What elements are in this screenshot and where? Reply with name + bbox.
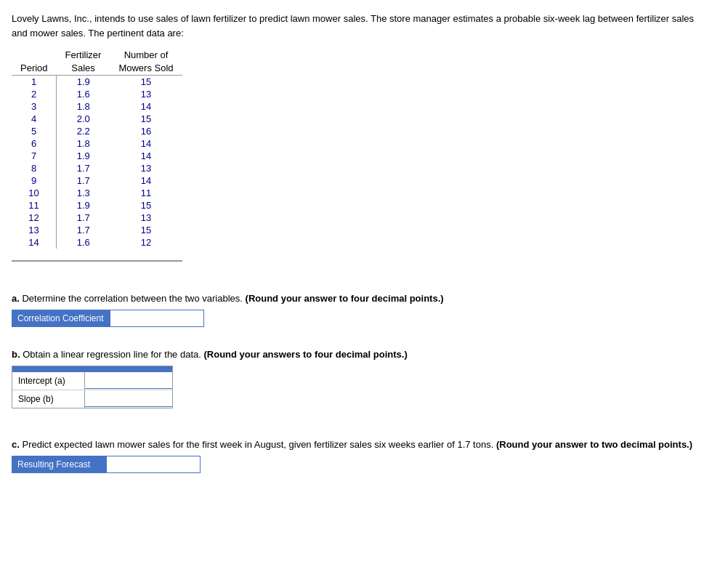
table-row: 42.015 — [12, 113, 182, 125]
cell-mowers: 15 — [110, 224, 182, 236]
slope-row: Slope (b) — [12, 390, 172, 408]
period-header: Period — [12, 62, 57, 76]
cell-fertilizer: 1.3 — [57, 187, 110, 199]
slope-label: Slope (b) — [12, 390, 85, 408]
cell-period: 14 — [12, 236, 57, 249]
cell-mowers: 12 — [110, 236, 182, 249]
cell-period: 9 — [12, 174, 57, 187]
table-row: 111.915 — [12, 199, 182, 212]
section-c: c. Predict expected lawn mower sales for… — [12, 439, 700, 450]
cell-period: 3 — [12, 100, 57, 113]
cell-mowers: 15 — [110, 76, 182, 89]
cell-period: 7 — [12, 150, 57, 162]
regression-table: Intercept (a) Slope (b) — [12, 366, 173, 408]
cell-period: 2 — [12, 88, 57, 100]
section-a-text: a. Determine the correlation between the… — [12, 293, 700, 304]
section-a-bold: (Round your answer to four decimal point… — [246, 293, 444, 304]
table-row: 71.914 — [12, 150, 182, 162]
cell-fertilizer: 1.7 — [57, 224, 110, 236]
cell-mowers: 13 — [110, 162, 182, 174]
cell-fertilizer: 1.9 — [57, 76, 110, 89]
section-b-text: b. Obtain a linear regression line for t… — [12, 349, 700, 360]
cell-period: 12 — [12, 212, 57, 224]
table-row: 131.715 — [12, 224, 182, 236]
data-table: Fertilizer Number of Period Sales Mowers… — [12, 49, 182, 249]
intercept-input[interactable] — [85, 373, 172, 389]
cell-fertilizer: 1.7 — [57, 212, 110, 224]
forecast-input-row: Resulting Forecast — [12, 456, 700, 473]
section-a: a. Determine the correlation between the… — [12, 293, 700, 304]
intercept-row: Intercept (a) — [12, 372, 172, 390]
cell-fertilizer: 1.9 — [57, 150, 110, 162]
cell-mowers: 14 — [110, 100, 182, 113]
mowers-header: Mowers Sold — [110, 62, 182, 76]
cell-mowers: 14 — [110, 137, 182, 150]
cell-fertilizer: 1.9 — [57, 199, 110, 212]
table-row: 52.216 — [12, 125, 182, 137]
cell-mowers: 13 — [110, 212, 182, 224]
table-row: 21.613 — [12, 88, 182, 100]
cell-period: 11 — [12, 199, 57, 212]
table-row: 101.311 — [12, 187, 182, 199]
cell-mowers: 14 — [110, 150, 182, 162]
table-row: 31.814 — [12, 100, 182, 113]
data-table-container: Fertilizer Number of Period Sales Mowers… — [12, 49, 182, 262]
cell-fertilizer: 1.8 — [57, 137, 110, 150]
table-row: 81.713 — [12, 162, 182, 174]
mowers-header-top: Number of — [110, 49, 182, 62]
cell-period: 1 — [12, 76, 57, 89]
reg-table-header-bar — [12, 366, 172, 372]
table-row: 11.915 — [12, 76, 182, 89]
cell-fertilizer: 1.6 — [57, 236, 110, 249]
cell-period: 8 — [12, 162, 57, 174]
cell-fertilizer: 1.8 — [57, 100, 110, 113]
fertilizer-header-top: Fertilizer — [57, 49, 110, 62]
correlation-label: Correlation Coefficient — [12, 310, 110, 327]
forecast-input[interactable] — [106, 456, 201, 473]
cell-mowers: 11 — [110, 187, 182, 199]
period-header-blank — [12, 49, 57, 62]
cell-mowers: 15 — [110, 199, 182, 212]
cell-fertilizer: 1.7 — [57, 162, 110, 174]
cell-mowers: 13 — [110, 88, 182, 100]
intro-text: Lovely Lawns, Inc., intends to use sales… — [12, 12, 700, 40]
correlation-input-row: Correlation Coefficient — [12, 310, 700, 327]
cell-mowers: 14 — [110, 174, 182, 187]
table-row: 121.713 — [12, 212, 182, 224]
cell-period: 5 — [12, 125, 57, 137]
slope-input[interactable] — [85, 391, 172, 407]
fertilizer-header: Sales — [57, 62, 110, 76]
intercept-label: Intercept (a) — [12, 372, 85, 390]
section-b-bold: (Round your answers to four decimal poin… — [204, 349, 408, 360]
forecast-label: Resulting Forecast — [12, 456, 106, 473]
table-row: 91.714 — [12, 174, 182, 187]
table-row: 61.814 — [12, 137, 182, 150]
cell-period: 4 — [12, 113, 57, 125]
cell-fertilizer: 2.0 — [57, 113, 110, 125]
section-c-text: c. Predict expected lawn mower sales for… — [12, 439, 700, 450]
correlation-input[interactable] — [110, 310, 204, 327]
section-b: b. Obtain a linear regression line for t… — [12, 349, 700, 360]
cell-period: 13 — [12, 224, 57, 236]
section-c-bold: (Round your answer to two decimal points… — [496, 439, 692, 450]
cell-mowers: 16 — [110, 125, 182, 137]
cell-fertilizer: 1.6 — [57, 88, 110, 100]
cell-fertilizer: 2.2 — [57, 125, 110, 137]
cell-period: 6 — [12, 137, 57, 150]
cell-period: 10 — [12, 187, 57, 199]
table-row: 141.612 — [12, 236, 182, 249]
cell-fertilizer: 1.7 — [57, 174, 110, 187]
cell-mowers: 15 — [110, 113, 182, 125]
